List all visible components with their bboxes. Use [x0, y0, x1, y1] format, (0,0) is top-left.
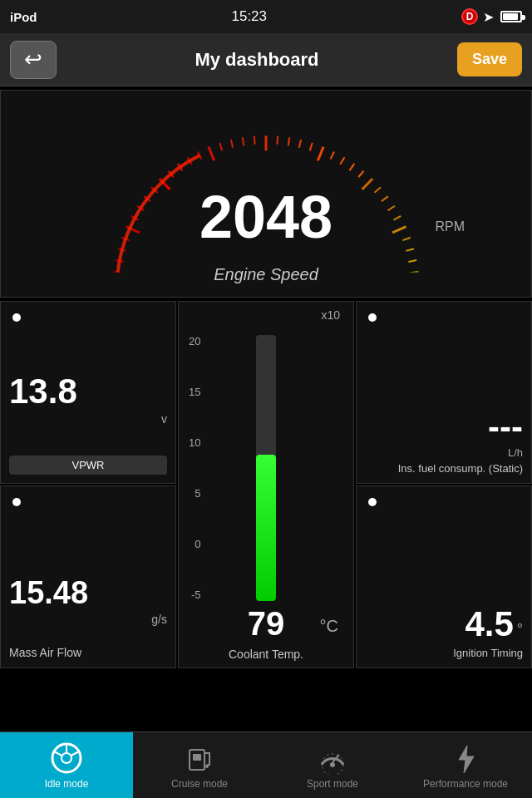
battery-icon — [500, 11, 522, 22]
svg-line-30 — [310, 143, 313, 151]
svg-line-6 — [113, 283, 128, 284]
sport-mode-label: Sport mode — [307, 778, 358, 790]
svg-line-27 — [277, 136, 278, 145]
vpwr-dot — [12, 313, 21, 322]
fuel-value: --- — [488, 408, 523, 446]
rpm-value: 2048 — [200, 183, 332, 251]
maf-label: Mass Air Flow — [9, 646, 81, 659]
svg-point-60 — [330, 762, 335, 767]
maf-dot — [12, 498, 21, 506]
svg-line-32 — [331, 151, 334, 159]
rpm-label: Engine Speed — [214, 265, 318, 284]
fuel-unit: L/h — [508, 446, 523, 459]
svg-line-38 — [382, 196, 388, 201]
svg-line-44 — [408, 260, 416, 262]
bar-track — [256, 335, 276, 601]
back-button[interactable]: ↩ — [10, 41, 57, 79]
svg-line-21 — [209, 147, 214, 161]
svg-line-39 — [388, 206, 395, 210]
svg-line-41 — [392, 227, 406, 233]
svg-line-40 — [393, 216, 401, 220]
svg-line-25 — [254, 136, 255, 145]
svg-line-28 — [288, 137, 290, 145]
nav-cruise-mode[interactable]: Cruise mode — [133, 732, 266, 798]
svg-line-23 — [231, 140, 233, 148]
ignition-dot — [368, 498, 377, 506]
d-icon: D — [461, 8, 478, 25]
svg-line-55 — [54, 751, 62, 756]
steering-wheel-icon — [50, 741, 83, 775]
svg-line-22 — [219, 143, 222, 151]
svg-point-59 — [205, 765, 209, 768]
vpwr-label: VPWR — [9, 456, 167, 475]
vpwr-value: 13.8 — [9, 372, 77, 411]
svg-line-29 — [299, 140, 301, 148]
page-title: My dashboard — [57, 49, 457, 71]
ignition-value: 4.5 — [465, 605, 513, 643]
ignition-label: Ignition Timing — [453, 647, 523, 659]
bar-scale: 20 15 10 5 0 -5 — [189, 335, 200, 601]
back-icon: ↩ — [24, 47, 42, 72]
maf-cell: 15.48 g/s Mass Air Flow — [0, 485, 176, 668]
bar-multiplier: x10 — [321, 308, 340, 322]
svg-line-42 — [402, 238, 410, 240]
metrics-grid: 13.8 v VPWR x10 20 15 10 5 0 -5 79 °C Co… — [0, 301, 532, 668]
bar-container — [241, 335, 291, 601]
status-icons: D ➤ — [461, 8, 522, 25]
svg-line-24 — [243, 137, 244, 145]
svg-line-36 — [362, 179, 372, 190]
fuel-dot — [368, 313, 377, 322]
device-name: iPod — [10, 10, 37, 24]
rpm-unit: RPM — [435, 219, 465, 234]
bottom-nav: Idle mode Cruise mode Sport mode Perform… — [0, 732, 532, 798]
nav-idle-mode[interactable]: Idle mode — [0, 732, 133, 798]
svg-line-46 — [404, 283, 419, 284]
svg-line-33 — [340, 157, 344, 165]
nav-sport-mode[interactable]: Sport mode — [266, 732, 399, 798]
svg-line-43 — [406, 249, 414, 251]
idle-mode-label: Idle mode — [45, 778, 89, 790]
svg-rect-58 — [193, 754, 201, 761]
svg-point-53 — [62, 753, 71, 763]
maf-unit: g/s — [151, 613, 167, 626]
speedometer-icon — [316, 741, 349, 775]
cruise-mode-label: Cruise mode — [171, 778, 228, 790]
svg-line-31 — [318, 147, 323, 161]
coolant-value: 79 — [248, 605, 285, 643]
vpwr-unit: v — [161, 412, 167, 426]
vpwr-cell: 13.8 v VPWR — [0, 301, 176, 484]
save-button[interactable]: Save — [457, 42, 522, 76]
svg-line-35 — [358, 171, 363, 178]
nav-performance-mode[interactable]: Performance mode — [399, 732, 532, 798]
header: ↩ My dashboard Save — [0, 33, 532, 86]
rpm-gauge-section: /* ticks generated in JS below */ 2048 R… — [0, 90, 532, 298]
lightning-icon — [449, 741, 482, 775]
svg-line-34 — [350, 164, 355, 170]
ignition-cell: 4.5 ° Ignition Timing — [356, 485, 532, 668]
fuel-cell: --- L/h Ins. fuel consump. (Static) — [356, 301, 532, 484]
status-bar: iPod 15:23 D ➤ — [0, 0, 532, 33]
nav-arrow-icon: ➤ — [483, 9, 494, 25]
clock: 15:23 — [231, 8, 267, 25]
maf-value: 15.48 — [9, 576, 88, 611]
performance-mode-label: Performance mode — [423, 778, 508, 790]
bar-fill — [256, 455, 276, 601]
svg-marker-63 — [459, 746, 474, 773]
svg-line-45 — [410, 272, 418, 273]
coolant-label: Coolant Temp. — [229, 648, 303, 661]
bar-gauge-cell: x10 20 15 10 5 0 -5 79 °C Coolant Temp. — [178, 301, 354, 668]
svg-line-56 — [71, 751, 80, 756]
svg-line-37 — [374, 187, 380, 193]
ignition-unit: ° — [517, 621, 523, 638]
fuel-label: Ins. fuel consump. (Static) — [398, 462, 523, 475]
coolant-unit: °C — [320, 617, 338, 636]
fuel-pump-icon — [183, 741, 216, 775]
